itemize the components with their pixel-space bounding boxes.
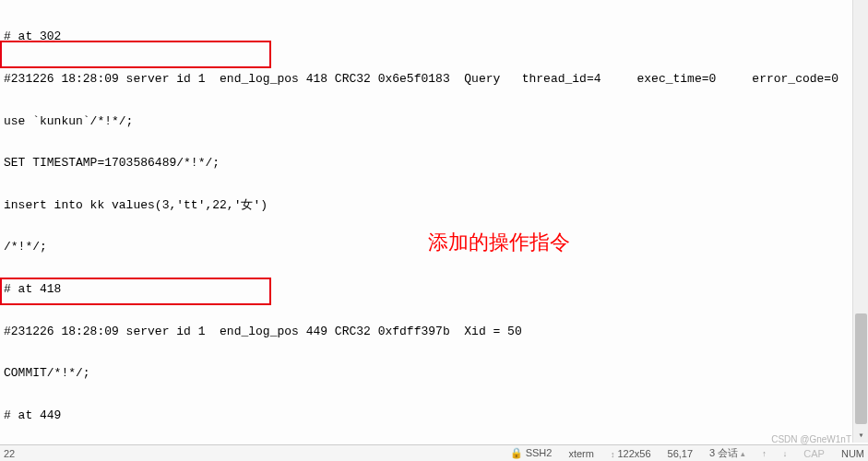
log-line: # at 302 xyxy=(4,30,864,43)
log-line: #231226 18:28:09 server id 1 end_log_pos… xyxy=(4,325,864,338)
vertical-scrollbar[interactable]: ▾ xyxy=(852,0,868,443)
resize-icon: ↕ xyxy=(611,450,615,459)
log-line: #231226 18:28:09 server id 1 end_log_pos… xyxy=(4,72,864,86)
watermark: CSDN @GneW1nT xyxy=(771,434,851,444)
log-line: SET TIMESTAMP=1703586489/*!*/; xyxy=(4,156,864,170)
terminal-type: xterm xyxy=(568,448,594,459)
log-line: # at 449 xyxy=(4,408,864,422)
num-indicator: NUM xyxy=(841,448,864,459)
cap-indicator: CAP xyxy=(803,448,825,459)
log-line: use `kunkun`/*!*/; xyxy=(4,114,864,128)
cursor-position: 56,17 xyxy=(668,448,694,459)
ssh-status: 🔒 SSH2 xyxy=(510,447,553,459)
scrollbar-down-button[interactable]: ▾ xyxy=(853,427,868,443)
log-line: # at 418 xyxy=(4,282,864,296)
down-arrow-icon: ↓ xyxy=(783,449,788,458)
status-left-value: 22 xyxy=(4,448,15,459)
status-bar: 22 🔒 SSH2 xterm ↕ 122x56 56,17 3 会话 ▴ ↑ … xyxy=(0,444,868,461)
log-line: COMMIT/*!*/; xyxy=(4,366,864,380)
up-arrow-icon: ↑ xyxy=(762,449,767,458)
annotation-text: 添加的操作指令 xyxy=(428,229,570,256)
log-line: insert into kk values(3,'tt',22,'女') xyxy=(4,198,864,212)
scrollbar-thumb[interactable] xyxy=(855,313,867,424)
lock-icon: 🔒 xyxy=(510,447,523,458)
session-count: 3 会话 ▴ xyxy=(709,446,745,460)
terminal-dimensions: ↕ 122x56 xyxy=(611,448,651,459)
chevron-up-icon: ▴ xyxy=(741,449,745,458)
